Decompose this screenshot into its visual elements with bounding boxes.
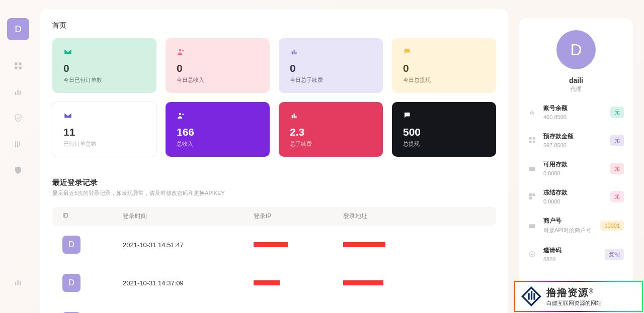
svg-rect-38	[531, 291, 532, 300]
profile-panel: D daili 代理 账号余额400.8500元预存款金额597.8500元可用…	[519, 18, 633, 283]
stat-value: 500	[403, 126, 485, 138]
svg-rect-3	[19, 67, 22, 69]
chat-icon	[403, 47, 412, 56]
info-value: 597.8500	[543, 142, 610, 148]
svg-rect-21	[294, 114, 295, 118]
table-row[interactable]: D2021-10-31 14:37:09	[52, 264, 496, 302]
svg-rect-30	[529, 167, 535, 171]
svg-rect-31	[529, 168, 535, 168]
svg-rect-26	[529, 137, 532, 140]
svg-rect-29	[533, 141, 535, 143]
bars-icon	[290, 111, 299, 120]
stat-value: 0	[63, 62, 145, 74]
svg-rect-39	[533, 293, 535, 299]
svg-point-19	[182, 114, 184, 115]
svg-rect-11	[18, 280, 19, 286]
redacted-addr	[343, 242, 385, 247]
library-icon[interactable]	[13, 139, 24, 150]
svg-rect-23	[530, 112, 531, 114]
svg-rect-12	[20, 281, 21, 285]
info-badge[interactable]: 复制	[605, 249, 624, 260]
people-icon	[177, 47, 186, 56]
stat-value: 2.3	[290, 126, 372, 138]
redacted-ip	[254, 280, 280, 285]
bars-icon	[528, 108, 536, 116]
svg-rect-35	[529, 224, 535, 228]
svg-rect-2	[15, 67, 17, 69]
info-row: 商户号对接API时的商户号10001	[528, 217, 624, 234]
info-row: 邀请码8888复制	[528, 246, 624, 262]
info-value: 400.8500	[543, 114, 610, 120]
dashboard-icon[interactable]	[13, 60, 24, 71]
svg-point-18	[179, 113, 182, 116]
stat-label: 今日总手续费	[290, 76, 372, 84]
watermark: 撸撸资源® 白嫖互联网资源的网站	[514, 281, 643, 312]
th-id: ID	[62, 212, 123, 221]
info-badge: 元	[610, 163, 624, 174]
info-value: 0.0000	[543, 198, 610, 204]
stat-label: 今日已付订单数	[63, 76, 145, 84]
mail-icon	[63, 47, 72, 56]
th-ip: 登录IP	[254, 212, 343, 221]
th-addr: 登录地址	[343, 212, 486, 221]
watermark-tagline: 白嫖互联网资源的网站	[546, 299, 602, 307]
info-value: 对接API时的商户号	[543, 227, 600, 234]
svg-rect-33	[533, 193, 535, 196]
stats-row-bottom: 11 已付订单总数 166 总收入 2.3 总手续费 500 总提现	[40, 102, 508, 166]
table-row[interactable]: D2021-10-11 20:58:43127.0.0.1本机地址-CZ88.N…	[52, 302, 496, 313]
watermark-registered: ®	[589, 288, 593, 295]
stats-bottom-icon[interactable]	[13, 277, 24, 288]
stat-value: 0	[403, 62, 485, 74]
svg-rect-34	[529, 197, 532, 199]
svg-rect-9	[18, 141, 20, 147]
page-title: 首页	[40, 21, 508, 30]
watermark-brand: 撸撸资源	[546, 287, 589, 298]
svg-rect-10	[15, 282, 16, 285]
svg-rect-8	[17, 141, 18, 147]
analytics-icon[interactable]	[13, 86, 24, 97]
profile-role: 代理	[528, 85, 624, 93]
section-subtitle: 显示最近5次的登录记录，如发现异常，请及时修改密码和更换APIKEY	[52, 189, 496, 197]
stat-value: 11	[63, 126, 145, 138]
info-title: 商户号	[543, 217, 600, 225]
svg-rect-24	[532, 111, 533, 115]
info-row: 账号余额400.8500元	[528, 104, 624, 120]
svg-rect-7	[15, 141, 16, 147]
globe-icon	[528, 250, 536, 258]
main-panel: 首页 0 今日已付订单数 0 今日总收入 0 今日总手续费 0 今日总提现 11…	[40, 9, 508, 313]
table-header: ID 登录时间 登录IP 登录地址	[52, 207, 496, 226]
chat-icon	[403, 111, 412, 120]
mail-icon	[63, 111, 72, 120]
svg-rect-22	[295, 116, 296, 119]
svg-rect-4	[15, 92, 16, 95]
stat-value: 0	[177, 62, 259, 74]
stats-row-top: 0 今日已付订单数 0 今日总收入 0 今日总手续费 0 今日总提现	[40, 38, 508, 102]
logo-badge[interactable]: D	[7, 18, 29, 40]
svg-rect-25	[533, 113, 534, 115]
info-value: 0.0000	[543, 170, 610, 176]
svg-rect-27	[533, 137, 535, 140]
redacted-addr	[343, 280, 383, 285]
svg-rect-32	[529, 193, 532, 196]
stat-label: 已付订单总数	[63, 140, 145, 148]
login-history-section: 最近登录记录 显示最近5次的登录记录，如发现异常，请及时修改密码和更换APIKE…	[40, 166, 508, 313]
stat-label: 总手续费	[290, 140, 372, 148]
svg-rect-16	[294, 50, 295, 54]
shield-check-icon[interactable]	[13, 113, 24, 124]
bars-icon	[290, 47, 299, 56]
info-title: 预存款金额	[543, 132, 610, 141]
svg-rect-17	[295, 52, 296, 55]
info-badge: 元	[610, 107, 624, 118]
row-avatar: D	[62, 236, 80, 254]
svg-rect-1	[19, 62, 22, 65]
card-total-income: 166 总收入	[166, 102, 270, 157]
table-row[interactable]: D2021-10-31 14:51:47	[52, 226, 496, 264]
card-total-withdraw: 500 总提现	[392, 102, 496, 157]
cell-time: 2021-10-31 14:37:09	[123, 279, 254, 287]
card-total-fee: 2.3 总手续费	[279, 102, 383, 157]
info-title: 账号余额	[543, 104, 610, 113]
info-badge: 10001	[600, 221, 624, 231]
info-row: 预存款金额597.8500元	[528, 132, 624, 148]
info-title: 冻结存款	[543, 188, 610, 197]
security-icon[interactable]	[13, 165, 24, 176]
